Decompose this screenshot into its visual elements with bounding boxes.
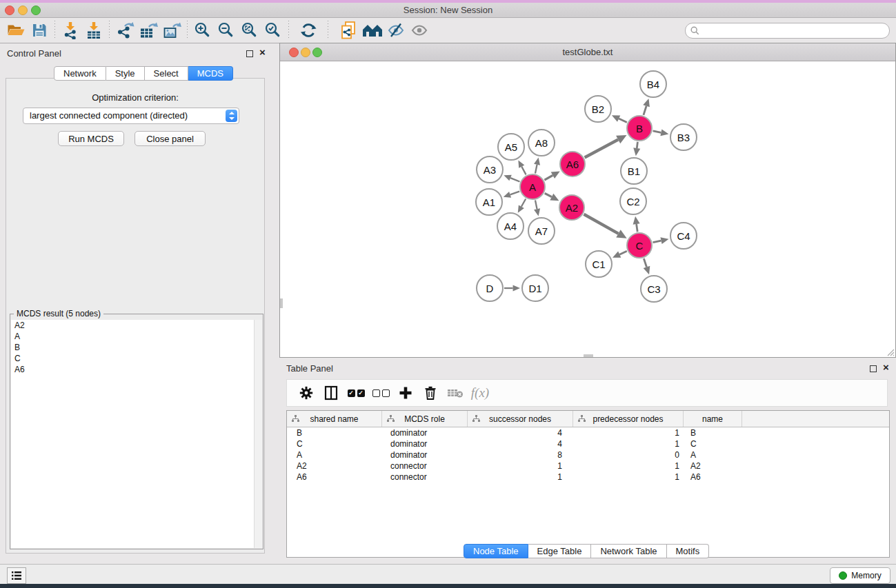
table-cell[interactable]: connector bbox=[382, 460, 468, 472]
save-session-button[interactable] bbox=[28, 20, 51, 41]
table-row[interactable]: Bdominator41B bbox=[287, 427, 889, 438]
float-panel-icon[interactable] bbox=[246, 50, 253, 57]
network-edge[interactable] bbox=[637, 142, 637, 148]
mcds-result-item[interactable]: A6 bbox=[11, 364, 255, 375]
tab-network[interactable]: Network bbox=[54, 66, 106, 81]
table-cell[interactable]: A6 bbox=[287, 472, 382, 483]
open-session-button[interactable] bbox=[4, 20, 28, 41]
tab-edge-table[interactable]: Edge Table bbox=[528, 544, 592, 558]
mcds-result-item[interactable]: C bbox=[11, 353, 255, 364]
network-edge[interactable] bbox=[535, 165, 537, 174]
toggle-panel-layout-button[interactable] bbox=[319, 382, 344, 404]
network-node-C4[interactable]: C4 bbox=[670, 222, 697, 250]
network-edge[interactable] bbox=[545, 193, 552, 196]
network-node-A5[interactable]: A5 bbox=[497, 133, 525, 161]
table-cell[interactable]: C bbox=[287, 438, 382, 449]
table-row[interactable]: A6connector11A6 bbox=[287, 472, 889, 483]
network-canvas[interactable]: B4B2BB3A8A5A6A3B1AC2A1A2A4A7C4CC1C3DD1 bbox=[280, 61, 895, 357]
export-image-button[interactable] bbox=[160, 20, 183, 41]
tab-node-table[interactable]: Node Table bbox=[464, 544, 528, 558]
network-edge[interactable] bbox=[510, 192, 520, 195]
table-cell[interactable]: 4 bbox=[468, 438, 573, 449]
network-node-B4[interactable]: B4 bbox=[639, 70, 667, 98]
function-builder-button[interactable]: f(x) bbox=[468, 382, 492, 404]
search-input[interactable] bbox=[704, 24, 882, 37]
network-edge[interactable] bbox=[521, 167, 526, 175]
column-header-shared-name[interactable]: shared name bbox=[287, 411, 382, 427]
resize-grip-icon[interactable] bbox=[885, 347, 895, 356]
new-network-from-selection-button[interactable] bbox=[337, 20, 361, 41]
table-row[interactable]: Cdominator41C bbox=[287, 438, 889, 449]
network-node-A7[interactable]: A7 bbox=[528, 217, 555, 245]
table-cell[interactable]: dominator bbox=[382, 438, 468, 449]
network-node-A3[interactable]: A3 bbox=[476, 156, 504, 183]
memory-button[interactable]: Memory bbox=[830, 567, 890, 584]
network-node-D[interactable]: D bbox=[476, 274, 504, 302]
add-column-button[interactable] bbox=[393, 382, 418, 404]
table-cell[interactable]: 1 bbox=[573, 438, 684, 449]
split-pane-divider[interactable] bbox=[280, 298, 283, 308]
optimization-criterion-select[interactable]: largest connected component (directed) bbox=[23, 108, 239, 124]
export-network-button[interactable] bbox=[113, 20, 137, 41]
show-all-panels-button[interactable] bbox=[361, 20, 384, 41]
network-edge[interactable] bbox=[653, 131, 661, 132]
mcds-result-item[interactable]: B bbox=[11, 342, 255, 353]
network-edge[interactable] bbox=[535, 201, 537, 210]
network-edge[interactable] bbox=[584, 214, 618, 234]
table-cell[interactable]: 1 bbox=[573, 427, 684, 438]
close-panel-button[interactable]: Close panel bbox=[135, 131, 206, 146]
column-header-predecessor-nodes[interactable]: predecessor nodes bbox=[573, 411, 684, 427]
zoom-fit-button[interactable] bbox=[238, 20, 261, 41]
network-node-B1[interactable]: B1 bbox=[620, 157, 648, 185]
split-pane-divider[interactable] bbox=[584, 354, 593, 357]
network-node-C2[interactable]: C2 bbox=[619, 187, 647, 215]
zoom-out-button[interactable] bbox=[215, 20, 238, 41]
tab-motifs[interactable]: Motifs bbox=[667, 544, 710, 558]
network-node-A4[interactable]: A4 bbox=[497, 212, 524, 240]
table-cell[interactable]: 1 bbox=[468, 460, 573, 472]
table-cell[interactable]: dominator bbox=[382, 427, 468, 438]
import-network-from-file-button[interactable] bbox=[59, 20, 82, 41]
tab-network-table[interactable]: Network Table bbox=[591, 544, 666, 558]
table-cell[interactable]: C bbox=[684, 438, 742, 449]
network-edge[interactable] bbox=[585, 140, 619, 158]
network-edge[interactable] bbox=[544, 175, 552, 180]
table-cell[interactable]: connector bbox=[382, 472, 468, 483]
zoom-selected-button[interactable] bbox=[261, 20, 285, 41]
float-panel-icon[interactable] bbox=[870, 365, 877, 372]
delete-columns-button[interactable] bbox=[418, 382, 443, 404]
unselect-all-rows-button[interactable] bbox=[368, 382, 393, 404]
close-panel-icon[interactable]: × bbox=[259, 46, 266, 59]
zoom-in-button[interactable] bbox=[191, 20, 215, 41]
network-edge[interactable] bbox=[644, 258, 646, 267]
network-node-C1[interactable]: C1 bbox=[585, 250, 613, 278]
network-edge[interactable] bbox=[653, 241, 661, 243]
network-edge[interactable] bbox=[510, 178, 519, 181]
table-cell[interactable]: A bbox=[287, 449, 382, 460]
network-edge[interactable] bbox=[521, 199, 526, 206]
column-header-name[interactable]: name bbox=[684, 411, 742, 427]
refresh-view-button[interactable] bbox=[297, 20, 320, 41]
network-node-B[interactable]: B bbox=[626, 115, 653, 141]
tab-mcds[interactable]: MCDS bbox=[188, 66, 233, 81]
table-cell[interactable]: A2 bbox=[287, 460, 382, 472]
table-row[interactable]: Adominator80A bbox=[287, 449, 889, 460]
show-graphics-details-button[interactable] bbox=[408, 20, 431, 41]
show-log-console-button[interactable] bbox=[7, 567, 26, 584]
table-cell[interactable]: 0 bbox=[573, 449, 684, 460]
table-cell[interactable]: 1 bbox=[573, 472, 684, 483]
network-window-titlebar[interactable]: testGlobe.txt bbox=[280, 43, 895, 61]
network-edge[interactable] bbox=[619, 251, 627, 254]
delete-table-button[interactable] bbox=[443, 382, 468, 404]
tab-style[interactable]: Style bbox=[106, 66, 145, 81]
table-row[interactable]: A2connector11A2 bbox=[287, 460, 889, 472]
table-cell[interactable]: 4 bbox=[468, 427, 573, 438]
network-node-B2[interactable]: B2 bbox=[584, 95, 612, 123]
select-all-rows-button[interactable]: ✓✓ bbox=[344, 382, 368, 404]
table-cell[interactable]: 8 bbox=[468, 449, 573, 460]
network-node-C3[interactable]: C3 bbox=[640, 275, 668, 303]
export-table-button[interactable] bbox=[137, 20, 160, 41]
mcds-result-item[interactable]: A bbox=[11, 331, 255, 342]
table-cell[interactable]: dominator bbox=[382, 449, 468, 460]
table-cell[interactable]: 1 bbox=[573, 460, 684, 472]
